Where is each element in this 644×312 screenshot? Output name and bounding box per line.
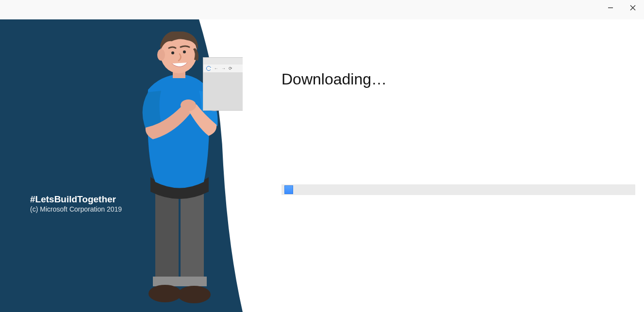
svg-point-12: [157, 49, 165, 61]
svg-rect-6: [179, 277, 207, 286]
svg-point-7: [149, 285, 182, 302]
svg-point-9: [181, 99, 196, 111]
edge-logo-icon: [206, 66, 211, 71]
svg-rect-4: [181, 187, 204, 284]
status-text: Downloading…: [281, 70, 387, 88]
svg-point-8: [178, 286, 211, 303]
forward-icon: →: [221, 66, 226, 71]
back-icon: ←: [214, 66, 218, 71]
main-panel: Downloading…: [281, 19, 635, 312]
close-button[interactable]: [622, 0, 644, 16]
browser-window-illustration: ← → ⟳: [203, 57, 243, 111]
refresh-icon: ⟳: [229, 66, 232, 71]
copyright-text: (c) Microsoft Corporation 2019: [30, 205, 122, 213]
hero-panel: ← → ⟳ #LetsBuildTogether (c) Microsoft C…: [0, 19, 243, 312]
progress-indicator: [284, 185, 293, 194]
minimize-icon: [608, 5, 613, 11]
svg-point-13: [183, 50, 186, 53]
svg-rect-5: [153, 277, 181, 286]
title-bar: [0, 0, 644, 19]
hashtag-text: #LetsBuildTogether: [30, 194, 116, 205]
svg-rect-3: [155, 187, 179, 284]
progress-bar: [281, 184, 635, 195]
svg-point-14: [171, 51, 174, 54]
close-icon: [630, 5, 636, 11]
minimize-button[interactable]: [599, 0, 622, 16]
